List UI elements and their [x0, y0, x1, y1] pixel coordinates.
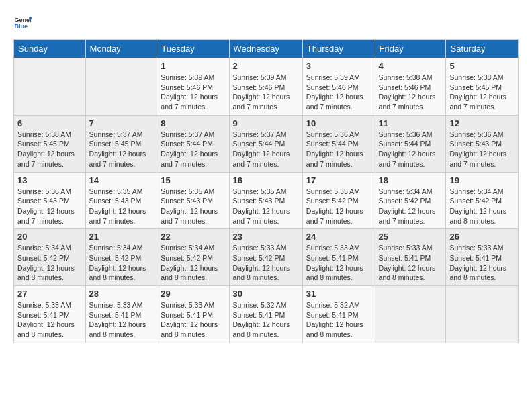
day-number: 24: [306, 232, 371, 242]
logo-icon: General Blue: [13, 13, 32, 32]
calendar-cell: 29Sunrise: 5:33 AM Sunset: 5:41 PM Dayli…: [157, 286, 229, 343]
day-info: Sunrise: 5:33 AM Sunset: 5:41 PM Dayligh…: [89, 300, 154, 340]
week-row-5: 27Sunrise: 5:33 AM Sunset: 5:41 PM Dayli…: [14, 286, 519, 343]
calendar-cell: 11Sunrise: 5:36 AM Sunset: 5:44 PM Dayli…: [375, 115, 446, 172]
calendar-cell: 6Sunrise: 5:38 AM Sunset: 5:45 PM Daylig…: [14, 115, 86, 172]
day-info: Sunrise: 5:33 AM Sunset: 5:41 PM Dayligh…: [161, 300, 225, 340]
header-day-sunday: Sunday: [14, 40, 86, 58]
day-info: Sunrise: 5:36 AM Sunset: 5:44 PM Dayligh…: [379, 130, 443, 169]
day-number: 21: [89, 232, 154, 242]
day-info: Sunrise: 5:35 AM Sunset: 5:43 PM Dayligh…: [89, 187, 154, 226]
logo: General Blue: [13, 13, 35, 32]
day-info: Sunrise: 5:39 AM Sunset: 5:46 PM Dayligh…: [306, 73, 371, 112]
calendar-cell: 9Sunrise: 5:37 AM Sunset: 5:44 PM Daylig…: [229, 115, 302, 172]
calendar-cell: 27Sunrise: 5:33 AM Sunset: 5:41 PM Dayli…: [14, 286, 86, 343]
day-number: 31: [306, 289, 371, 299]
calendar-cell: 1Sunrise: 5:39 AM Sunset: 5:46 PM Daylig…: [157, 58, 229, 116]
calendar-cell: 30Sunrise: 5:32 AM Sunset: 5:41 PM Dayli…: [229, 286, 302, 343]
calendar-table: SundayMondayTuesdayWednesdayThursdayFrid…: [13, 39, 519, 343]
day-number: 7: [89, 118, 154, 128]
day-info: Sunrise: 5:33 AM Sunset: 5:41 PM Dayligh…: [306, 243, 371, 283]
week-row-2: 6Sunrise: 5:38 AM Sunset: 5:45 PM Daylig…: [14, 115, 519, 172]
day-info: Sunrise: 5:38 AM Sunset: 5:45 PM Dayligh…: [449, 73, 515, 112]
week-row-4: 20Sunrise: 5:34 AM Sunset: 5:42 PM Dayli…: [14, 229, 519, 286]
calendar-body: 1Sunrise: 5:39 AM Sunset: 5:46 PM Daylig…: [14, 58, 519, 343]
day-number: 30: [233, 289, 299, 299]
calendar-cell: 28Sunrise: 5:33 AM Sunset: 5:41 PM Dayli…: [85, 286, 157, 343]
calendar-cell: 21Sunrise: 5:34 AM Sunset: 5:42 PM Dayli…: [85, 229, 157, 286]
calendar-cell: [446, 286, 519, 343]
day-info: Sunrise: 5:37 AM Sunset: 5:44 PM Dayligh…: [161, 130, 225, 169]
day-number: 19: [449, 175, 515, 185]
day-number: 15: [161, 175, 225, 185]
day-info: Sunrise: 5:39 AM Sunset: 5:46 PM Dayligh…: [233, 73, 299, 112]
calendar-cell: 10Sunrise: 5:36 AM Sunset: 5:44 PM Dayli…: [302, 115, 375, 172]
calendar-cell: 26Sunrise: 5:33 AM Sunset: 5:41 PM Dayli…: [446, 229, 519, 286]
calendar-cell: 18Sunrise: 5:34 AM Sunset: 5:42 PM Dayli…: [375, 172, 446, 229]
day-number: 14: [89, 175, 154, 185]
day-info: Sunrise: 5:36 AM Sunset: 5:44 PM Dayligh…: [306, 130, 371, 169]
header-day-thursday: Thursday: [302, 40, 375, 58]
calendar-cell: 4Sunrise: 5:38 AM Sunset: 5:46 PM Daylig…: [375, 58, 446, 116]
calendar-cell: 25Sunrise: 5:33 AM Sunset: 5:41 PM Dayli…: [375, 229, 446, 286]
day-info: Sunrise: 5:36 AM Sunset: 5:43 PM Dayligh…: [17, 187, 82, 226]
day-number: 2: [233, 61, 299, 71]
day-number: 27: [17, 289, 82, 299]
day-number: 17: [306, 175, 371, 185]
day-number: 29: [161, 289, 225, 299]
page-header: General Blue: [13, 13, 519, 32]
calendar-cell: 15Sunrise: 5:35 AM Sunset: 5:43 PM Dayli…: [157, 172, 229, 229]
calendar-cell: 5Sunrise: 5:38 AM Sunset: 5:45 PM Daylig…: [446, 58, 519, 116]
day-info: Sunrise: 5:38 AM Sunset: 5:45 PM Dayligh…: [17, 130, 82, 169]
calendar-cell: 22Sunrise: 5:34 AM Sunset: 5:42 PM Dayli…: [157, 229, 229, 286]
calendar-cell: [85, 58, 157, 116]
calendar-cell: 2Sunrise: 5:39 AM Sunset: 5:46 PM Daylig…: [229, 58, 302, 116]
day-number: 18: [379, 175, 443, 185]
calendar-cell: 8Sunrise: 5:37 AM Sunset: 5:44 PM Daylig…: [157, 115, 229, 172]
calendar-cell: 14Sunrise: 5:35 AM Sunset: 5:43 PM Dayli…: [85, 172, 157, 229]
day-info: Sunrise: 5:35 AM Sunset: 5:43 PM Dayligh…: [233, 187, 299, 226]
day-number: 8: [161, 118, 225, 128]
calendar-cell: 16Sunrise: 5:35 AM Sunset: 5:43 PM Dayli…: [229, 172, 302, 229]
day-info: Sunrise: 5:36 AM Sunset: 5:43 PM Dayligh…: [449, 130, 515, 169]
day-number: 16: [233, 175, 299, 185]
day-number: 5: [449, 61, 515, 71]
day-number: 13: [17, 175, 82, 185]
day-number: 22: [161, 232, 225, 242]
day-info: Sunrise: 5:34 AM Sunset: 5:42 PM Dayligh…: [17, 243, 82, 283]
header-row: SundayMondayTuesdayWednesdayThursdayFrid…: [14, 40, 519, 58]
day-info: Sunrise: 5:32 AM Sunset: 5:41 PM Dayligh…: [306, 300, 371, 340]
day-info: Sunrise: 5:34 AM Sunset: 5:42 PM Dayligh…: [161, 243, 225, 283]
calendar-cell: 13Sunrise: 5:36 AM Sunset: 5:43 PM Dayli…: [14, 172, 86, 229]
calendar-cell: 24Sunrise: 5:33 AM Sunset: 5:41 PM Dayli…: [302, 229, 375, 286]
day-number: 1: [161, 61, 225, 71]
day-info: Sunrise: 5:38 AM Sunset: 5:46 PM Dayligh…: [379, 73, 443, 112]
day-number: 23: [233, 232, 299, 242]
calendar-header: SundayMondayTuesdayWednesdayThursdayFrid…: [14, 40, 519, 58]
svg-text:Blue: Blue: [14, 23, 28, 30]
header-day-monday: Monday: [85, 40, 157, 58]
day-info: Sunrise: 5:37 AM Sunset: 5:44 PM Dayligh…: [233, 130, 299, 169]
week-row-3: 13Sunrise: 5:36 AM Sunset: 5:43 PM Dayli…: [14, 172, 519, 229]
day-info: Sunrise: 5:35 AM Sunset: 5:42 PM Dayligh…: [306, 187, 371, 226]
day-info: Sunrise: 5:32 AM Sunset: 5:41 PM Dayligh…: [233, 300, 299, 340]
calendar-cell: 17Sunrise: 5:35 AM Sunset: 5:42 PM Dayli…: [302, 172, 375, 229]
day-number: 11: [379, 118, 443, 128]
calendar-cell: 12Sunrise: 5:36 AM Sunset: 5:43 PM Dayli…: [446, 115, 519, 172]
day-number: 9: [233, 118, 299, 128]
header-day-saturday: Saturday: [446, 40, 519, 58]
day-info: Sunrise: 5:33 AM Sunset: 5:41 PM Dayligh…: [379, 243, 443, 283]
week-row-1: 1Sunrise: 5:39 AM Sunset: 5:46 PM Daylig…: [14, 58, 519, 116]
day-number: 6: [17, 118, 82, 128]
day-number: 10: [306, 118, 371, 128]
day-info: Sunrise: 5:33 AM Sunset: 5:41 PM Dayligh…: [17, 300, 82, 340]
calendar-cell: [14, 58, 86, 116]
day-number: 25: [379, 232, 443, 242]
day-info: Sunrise: 5:34 AM Sunset: 5:42 PM Dayligh…: [379, 187, 443, 226]
day-info: Sunrise: 5:35 AM Sunset: 5:43 PM Dayligh…: [161, 187, 225, 226]
day-number: 26: [449, 232, 515, 242]
day-number: 12: [449, 118, 515, 128]
calendar-cell: 19Sunrise: 5:34 AM Sunset: 5:42 PM Dayli…: [446, 172, 519, 229]
calendar-cell: 20Sunrise: 5:34 AM Sunset: 5:42 PM Dayli…: [14, 229, 86, 286]
calendar-cell: [375, 286, 446, 343]
